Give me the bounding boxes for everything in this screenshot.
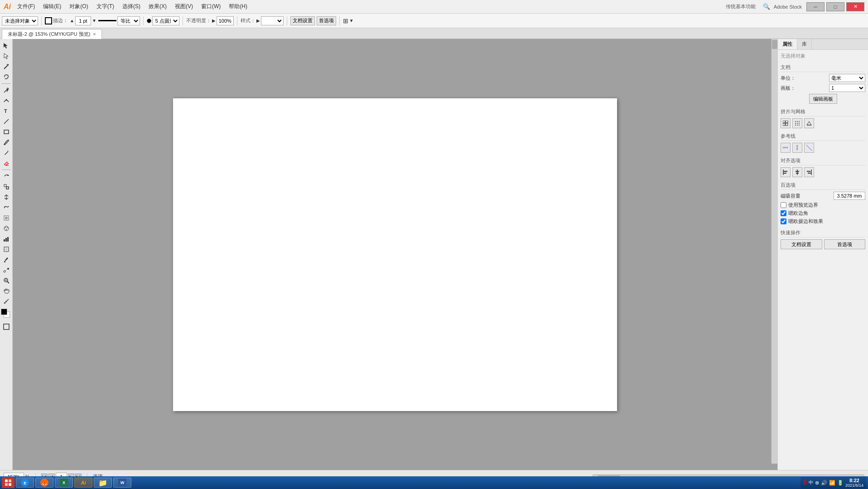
guide-icon-3[interactable]	[804, 143, 814, 153]
blend-tool[interactable]	[1, 265, 11, 275]
graph-tool[interactable]	[1, 234, 11, 244]
tray-icons[interactable]: ⊕	[815, 480, 819, 486]
menu-effect[interactable]: 效果(X)	[145, 2, 170, 11]
hand-tool[interactable]	[1, 286, 11, 296]
menu-text[interactable]: 文字(T)	[93, 2, 118, 11]
align-right-icon[interactable]	[804, 167, 814, 177]
title-bar: Ai 文件(F) 编辑(E) 对象(O) 文字(T) 选择(S) 效果(X) 视…	[0, 0, 868, 14]
menu-file[interactable]: 文件(F)	[14, 2, 39, 11]
lasso-tool[interactable]	[1, 72, 11, 82]
zoom-tool[interactable]	[1, 276, 11, 286]
svg-point-3	[5, 99, 7, 101]
ai-icon: Ai	[81, 480, 86, 485]
smooth-scale-row: 嗯欧摄边和致果	[781, 218, 865, 225]
paintbrush-tool[interactable]	[1, 137, 11, 147]
quick-preferences-button[interactable]: 首选项	[824, 239, 866, 249]
arrange-icon[interactable]: ⊞	[343, 17, 348, 24]
perspective-grid-icon-btn[interactable]	[804, 118, 814, 128]
guide-icon-1[interactable]	[781, 143, 791, 153]
scale-tool[interactable]	[1, 182, 11, 192]
grid-icon-btn[interactable]	[781, 118, 791, 128]
symbol-tool[interactable]	[1, 223, 11, 233]
tray-volume[interactable]: 🔊	[821, 480, 827, 486]
curvature-tool[interactable]	[1, 96, 11, 106]
eraser-tool[interactable]	[1, 158, 11, 168]
smooth-edges-checkbox[interactable]	[781, 210, 786, 216]
slice-tool[interactable]	[1, 244, 11, 254]
screen-mode-tool[interactable]	[1, 322, 11, 332]
direct-selection-tool[interactable]	[1, 51, 11, 61]
rectangle-tool[interactable]	[1, 127, 11, 137]
stroke-style-dropdown[interactable]: 等比	[117, 16, 140, 25]
pencil-tool[interactable]	[1, 148, 11, 158]
tab-close-button[interactable]: ×	[93, 31, 96, 37]
taskbar-ie[interactable]: e	[16, 478, 34, 488]
stroke-color-box[interactable]	[45, 17, 52, 24]
taskbar-explorer[interactable]: 📁	[94, 478, 112, 488]
smooth-scale-checkbox[interactable]	[781, 218, 786, 224]
dots-grid-icon-btn[interactable]	[792, 118, 802, 128]
edit-artboards-button[interactable]: 编辑画板	[809, 94, 837, 104]
menu-object[interactable]: 对象(O)	[66, 2, 92, 11]
type-tool[interactable]: T	[1, 106, 11, 116]
title-bar-right: 传统基本功能 🔍 Adobe Stock ─ □ ✕	[726, 2, 864, 11]
line-tool[interactable]	[1, 116, 11, 126]
rotate-tool[interactable]	[1, 171, 11, 181]
taskbar-ai[interactable]: Ai	[74, 478, 92, 488]
free-transform-tool[interactable]	[1, 213, 11, 223]
align-left-icon[interactable]	[781, 167, 791, 177]
style-dropdown[interactable]	[261, 16, 284, 25]
arrange-dropdown-icon[interactable]: ▼	[349, 18, 354, 23]
measure-tool[interactable]	[1, 296, 11, 306]
magic-wand-tool[interactable]	[1, 62, 11, 72]
doc-settings-button[interactable]: 文档设置	[290, 16, 315, 25]
use-preview-checkbox[interactable]	[781, 202, 786, 208]
close-button[interactable]: ✕	[846, 2, 864, 11]
minimize-button[interactable]: ─	[806, 2, 825, 11]
snap-tolerance-input[interactable]	[834, 192, 865, 200]
app-logo: Ai	[4, 3, 11, 11]
libraries-tab[interactable]: 库	[797, 39, 812, 49]
selection-dropdown[interactable]: 未选择对象	[2, 16, 38, 25]
tray-network[interactable]: 📶	[829, 480, 835, 486]
width-tool[interactable]	[1, 192, 11, 202]
maximize-button[interactable]: □	[826, 2, 844, 11]
properties-tab[interactable]: 属性	[778, 39, 797, 49]
eyedropper-tool[interactable]	[1, 255, 11, 265]
start-button[interactable]	[2, 477, 14, 488]
menu-view[interactable]: 视图(V)	[171, 2, 197, 11]
sep1	[41, 16, 42, 25]
active-tab[interactable]: 未标题-2 @ 153% (CMYK/GPU 预览) ×	[2, 29, 102, 39]
taskbar-excel[interactable]: X	[55, 478, 73, 488]
foreground-color-box[interactable]	[1, 309, 7, 315]
stroke-up-icon[interactable]: ▲	[70, 18, 74, 23]
tray-sogou[interactable]: S	[803, 479, 807, 486]
selection-tool[interactable]	[1, 41, 11, 51]
stroke-width-input[interactable]	[75, 16, 91, 25]
menu-window[interactable]: 窗口(W)	[198, 2, 224, 11]
menu-select[interactable]: 选择(S)	[119, 2, 144, 11]
tray-battery[interactable]: 🔋	[837, 480, 844, 486]
artboards-select[interactable]: 1	[829, 84, 865, 92]
stroke-down-icon[interactable]: ▼	[92, 18, 96, 23]
preferences-button[interactable]: 首选项	[317, 16, 336, 25]
taskbar-word[interactable]: W	[113, 478, 131, 488]
unit-select[interactable]: 毫米	[829, 74, 865, 82]
opacity-input[interactable]	[217, 16, 234, 25]
opacity-arrow[interactable]: ▶	[212, 18, 216, 23]
tray-ime[interactable]: 中	[809, 479, 813, 486]
guide-icon-2[interactable]	[792, 143, 802, 153]
menu-help[interactable]: 帮助(H)	[225, 2, 251, 11]
align-center-icon[interactable]	[792, 167, 802, 177]
menu-edit[interactable]: 编辑(E)	[39, 2, 65, 11]
v-scroll-thumb[interactable]	[772, 40, 777, 49]
pen-tool[interactable]	[1, 85, 11, 95]
vertical-scrollbar[interactable]	[771, 39, 777, 464]
style-arrow[interactable]: ▶	[256, 18, 260, 23]
guides-section: 参考线	[781, 133, 865, 153]
warp-tool[interactable]	[1, 203, 11, 213]
brush-dropdown[interactable]: 5 点圆形	[152, 16, 179, 25]
quick-doc-settings-button[interactable]: 文档设置	[781, 239, 822, 249]
search-icon[interactable]: 🔍	[763, 3, 770, 10]
taskbar-firefox[interactable]: 🦊	[35, 478, 53, 488]
